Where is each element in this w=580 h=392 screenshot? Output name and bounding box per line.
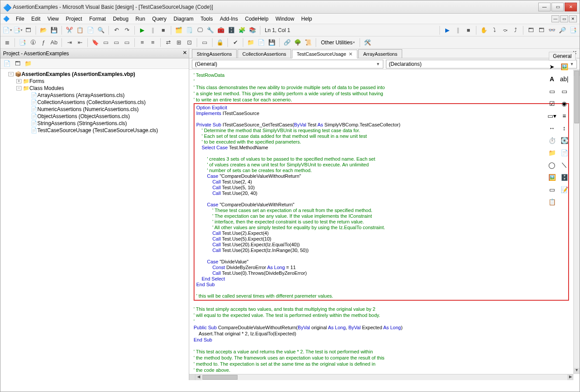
scroll-button[interactable]: 📜: [303, 38, 313, 47]
horizontal-scrollbar[interactable]: ◀ ▶: [189, 374, 573, 380]
tree-class-item[interactable]: 📄ObjectAssertions (ObjectAssertions.cls): [1, 113, 188, 120]
ole-tool[interactable]: ▭: [547, 184, 557, 195]
mdi-close-button[interactable]: ✕: [569, 15, 577, 22]
image-tool[interactable]: 🖼️: [547, 172, 557, 183]
link-button[interactable]: 🔗: [282, 38, 292, 47]
menu-codehelp[interactable]: CodeHelp: [241, 15, 272, 23]
immediate-window-button[interactable]: 🗔: [537, 25, 546, 35]
view-code-button[interactable]: 📄: [2, 59, 12, 68]
tools-options-button[interactable]: 🛠️: [363, 38, 372, 47]
vscrollbar-tool[interactable]: ↕: [559, 123, 569, 133]
tree-class-item[interactable]: 📄NumericAssertions (NumericAssertions.cl…: [1, 106, 188, 113]
toolbox-label[interactable]: General: [549, 52, 576, 61]
step-out-button[interactable]: ⤴: [511, 25, 520, 35]
tree-project-root[interactable]: −📦AssertionExamples (AssertionExamples.v…: [1, 71, 188, 78]
titlebar[interactable]: 🔷 AssertionExamples - Microsoft Visual B…: [0, 0, 580, 14]
lock-controls-button[interactable]: 🔒: [215, 38, 225, 47]
stop-debug-button[interactable]: ■: [464, 25, 473, 35]
tab-collectionassertions[interactable]: CollectionAssertions: [238, 49, 291, 58]
form-layout-button[interactable]: 🖵: [195, 25, 205, 35]
object-browser-button[interactable]: 🔧: [205, 25, 215, 35]
data-view-button[interactable]: 🗄️: [227, 25, 236, 35]
indent-button[interactable]: ⇥: [65, 38, 74, 47]
tab-stringassertions[interactable]: StringAssertions: [192, 49, 237, 58]
menu-file[interactable]: File: [12, 15, 28, 23]
tree-classmodules-folder[interactable]: −📁Class Modules: [1, 85, 188, 92]
list-properties-button[interactable]: ≣: [2, 38, 12, 47]
add-item-button[interactable]: 📑▾: [13, 25, 22, 35]
open-button[interactable]: 📂: [39, 25, 48, 35]
undo-button[interactable]: ↶: [112, 25, 121, 35]
tab-testcasesourceusage[interactable]: TestCaseSourceUsage✕: [292, 50, 358, 58]
listbox-tool[interactable]: ≡: [559, 111, 569, 121]
new-project-button[interactable]: 📄▾: [2, 25, 12, 35]
project-explorer-button[interactable]: 🗂️: [174, 25, 184, 35]
maximize-button[interactable]: ▭: [551, 3, 564, 11]
other-utilities-dropdown[interactable]: Other Utilities ▾: [319, 38, 357, 47]
custom-tool[interactable]: 📝: [559, 184, 569, 195]
line-tool[interactable]: ＼: [559, 160, 569, 170]
menu-editor-button[interactable]: 🗔: [23, 25, 33, 35]
dirlistbox-tool[interactable]: 📁: [547, 147, 557, 158]
menu-run[interactable]: Run: [132, 15, 149, 23]
checkbox-tool[interactable]: ☑: [547, 98, 557, 109]
parameter-info-button[interactable]: ƒ: [39, 38, 48, 47]
menu-format[interactable]: Format: [86, 15, 109, 23]
commandbutton-tool[interactable]: ▭: [559, 86, 569, 97]
save-button[interactable]: 💾: [49, 25, 59, 35]
prev-bookmark-button[interactable]: ▭: [112, 38, 121, 47]
cut-button[interactable]: ✂️: [65, 25, 74, 35]
center-button[interactable]: ▭: [200, 38, 209, 47]
list-constants-button[interactable]: 📑: [18, 38, 27, 47]
tree-button[interactable]: 🌳: [293, 38, 303, 47]
combobox-tool[interactable]: ▭▾: [547, 111, 557, 121]
align-button[interactable]: ⊞: [174, 38, 184, 47]
minimize-button[interactable]: —: [538, 3, 551, 11]
menu-diagram[interactable]: Diagram: [170, 15, 197, 23]
project-panel-close-button[interactable]: ✕: [183, 50, 187, 56]
next-bookmark-button[interactable]: ▭: [101, 38, 111, 47]
save-util-button[interactable]: 💾: [267, 38, 277, 47]
complete-word-button[interactable]: Ab: [49, 38, 59, 47]
folder-button[interactable]: 📁: [246, 38, 256, 47]
redo-button[interactable]: ↷: [122, 25, 132, 35]
view-object-button[interactable]: 🗔: [13, 59, 22, 68]
label-tool[interactable]: A: [547, 74, 557, 84]
mdi-restore-button[interactable]: ▭: [560, 15, 568, 22]
outdent-button[interactable]: ⇤: [75, 38, 85, 47]
drivelistbox-tool[interactable]: 💽: [559, 135, 569, 146]
shape-tool[interactable]: ◯: [547, 160, 557, 170]
hscrollbar-tool[interactable]: ↔: [547, 123, 557, 133]
quick-info-button[interactable]: 🛈: [28, 38, 38, 47]
watch-window-button[interactable]: 👓: [547, 25, 557, 35]
menu-addins[interactable]: Add-Ins: [216, 15, 241, 23]
step-into-button[interactable]: ⤵: [490, 25, 499, 35]
tab-arrayassertions[interactable]: ArrayAssertions: [358, 49, 402, 58]
object-combo[interactable]: (General)▼: [192, 60, 383, 68]
frame-tool[interactable]: ▭: [547, 86, 557, 97]
close-button[interactable]: ✕: [565, 3, 577, 11]
tree-class-item[interactable]: 📄CollectionAssertions (CollectionAsserti…: [1, 99, 188, 106]
call-stack-button[interactable]: 📑: [568, 25, 578, 35]
menu-query[interactable]: Query: [149, 15, 170, 23]
pointer-tool[interactable]: ➤: [547, 61, 557, 72]
optionbutton-tool[interactable]: ◉: [559, 98, 569, 109]
proc-view-button[interactable]: [189, 374, 195, 380]
quick-watch-button[interactable]: 🔎: [558, 25, 567, 35]
clear-bookmarks-button[interactable]: ▭: [122, 38, 132, 47]
component-button[interactable]: 🧩: [237, 25, 247, 35]
custom2-tool[interactable]: 📋: [547, 197, 557, 207]
run-debug-button[interactable]: ▶: [443, 25, 452, 35]
hscroll-thumb[interactable]: [202, 375, 238, 380]
menu-edit[interactable]: Edit: [28, 15, 44, 23]
data-tool[interactable]: 🗄️: [559, 172, 569, 183]
pause-debug-button[interactable]: ‖: [453, 25, 463, 35]
code-editor[interactable]: ' TestRowData ' ' This class demonstrate…: [189, 70, 573, 374]
menu-view[interactable]: View: [44, 15, 62, 23]
timer-tool[interactable]: ⏱️: [547, 135, 557, 146]
tree-forms-folder[interactable]: +📁Forms: [1, 78, 188, 85]
menu-project[interactable]: Project: [62, 15, 86, 23]
step-over-button[interactable]: ⤼: [500, 25, 510, 35]
tree-class-item[interactable]: 📄ArrayAssertions (ArrayAssertions.cls): [1, 92, 188, 99]
same-size-button[interactable]: ⊡: [184, 38, 194, 47]
